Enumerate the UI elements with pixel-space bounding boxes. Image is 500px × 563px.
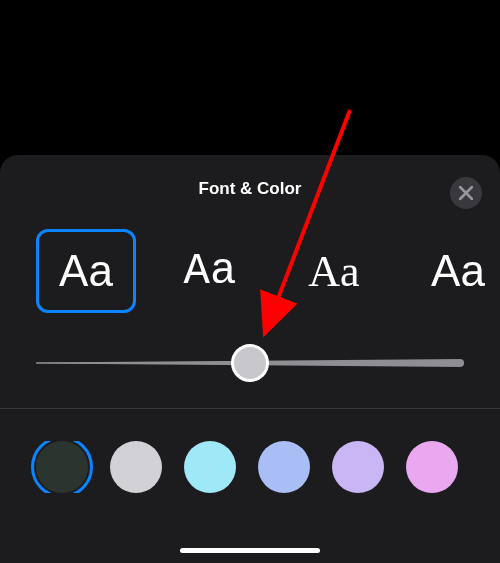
color-option-periwinkle[interactable]: [258, 441, 310, 493]
sheet-title: Font & Color: [199, 179, 302, 199]
font-option-sans[interactable]: Aa: [36, 229, 136, 313]
color-options-row: [0, 441, 500, 493]
font-size-slider[interactable]: [36, 348, 464, 378]
font-options-row: Aa Aa Aa Aa: [0, 229, 500, 313]
font-option-condensed[interactable]: Aa: [408, 229, 500, 313]
font-option-serif[interactable]: Aa: [284, 229, 384, 313]
sheet-header: Font & Color: [0, 179, 500, 199]
color-option-cyan[interactable]: [184, 441, 236, 493]
font-option-slab[interactable]: Aa: [160, 229, 260, 313]
section-divider: [0, 408, 500, 409]
font-color-sheet: Font & Color Aa Aa Aa Aa: [0, 155, 500, 563]
color-option-lavender[interactable]: [332, 441, 384, 493]
close-icon: [459, 186, 473, 200]
close-button[interactable]: [450, 177, 482, 209]
color-option-pink[interactable]: [406, 441, 458, 493]
color-option-dark-green[interactable]: [36, 441, 88, 493]
slider-thumb[interactable]: [231, 344, 269, 382]
color-option-light-gray[interactable]: [110, 441, 162, 493]
home-indicator[interactable]: [180, 548, 320, 553]
